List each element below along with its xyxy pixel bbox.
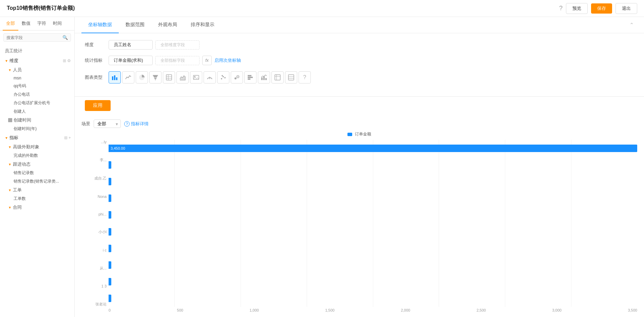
chart-type-pie[interactable]: [136, 71, 148, 83]
bar-fill: [109, 161, 111, 169]
chart-type-hbar[interactable]: [244, 71, 257, 83]
table-row: [109, 210, 637, 220]
table-row: [109, 227, 637, 237]
bars-container: 3,450.00: [109, 140, 637, 307]
bar-fill: [109, 178, 111, 185]
fx-button[interactable]: fx: [202, 56, 212, 65]
tab-layout[interactable]: 外观布局: [151, 17, 184, 33]
sidebar-subsection-create-time: 创建时间 创建时间(年): [0, 116, 74, 133]
sidebar-tab-all[interactable]: 全部: [3, 17, 18, 31]
svg-point-14: [221, 78, 222, 79]
dimension-placeholder[interactable]: 全部维度字段: [155, 40, 200, 50]
sidebar-subsection-workorder-header[interactable]: ▼工单: [3, 186, 74, 194]
chart-type-table[interactable]: [163, 71, 175, 83]
sidebar-subsection-workorder: ▼工单 工单数: [0, 186, 74, 203]
fx-icon: fx: [205, 58, 208, 63]
tab-sort-display[interactable]: 排序和显示: [184, 17, 221, 33]
svg-point-18: [234, 77, 236, 79]
sidebar-subsection-personnel-header[interactable]: ▼人员: [3, 66, 74, 74]
svg-rect-7: [166, 75, 172, 80]
scene-select[interactable]: 全部: [94, 119, 121, 128]
header: Top10销售榜(销售订单金额) ? 预览 保存 退出: [0, 0, 644, 17]
y-label: phi...: [98, 212, 107, 216]
bar-fill: 3,450.00: [109, 145, 637, 152]
chart-type-help[interactable]: ?: [299, 71, 311, 83]
list-item[interactable]: 销售记录数(销售记录类...: [3, 177, 74, 186]
chart-type-scatter2[interactable]: [231, 71, 243, 83]
svg-rect-2: [116, 77, 117, 80]
content-tabs-left: 坐标轴数据 数据范围 外观布局 排序和显示: [81, 17, 221, 33]
list-item[interactable]: 工单数: [3, 194, 74, 203]
enable-secondary-axis-button[interactable]: 启用次坐标轴: [214, 57, 241, 63]
y-label: ...ly: [101, 140, 107, 144]
list-item[interactable]: 办公电话扩展分机号: [3, 99, 74, 107]
chart-main: ...ly 李... 成自.乙 Nona phi... 小小l i c 从...…: [81, 140, 637, 314]
x-label: 3,000: [552, 308, 562, 314]
chart-container: 场景 全部 ? 指标详情 订单金额 ...: [75, 116, 644, 317]
chart-type-funnel[interactable]: [149, 71, 162, 83]
sidebar-subsection-contract-header[interactable]: ▼合同: [3, 203, 74, 212]
tab-data-range[interactable]: 数据范围: [119, 17, 151, 33]
chart-x-axis: 0 500 1,000 1,500 2,000 2,500 3,000 3,50…: [109, 307, 637, 314]
search-input[interactable]: [6, 35, 62, 40]
dimension-icons: ⊞ ⚙: [63, 58, 71, 63]
list-item[interactable]: 创建人: [3, 107, 74, 116]
sidebar-tab-string[interactable]: 字符: [34, 17, 50, 31]
sidebar-subsection-followup-header[interactable]: ▼跟进动态: [3, 160, 74, 169]
apply-button[interactable]: 应用: [85, 100, 111, 111]
chart-type-scatter1[interactable]: [217, 71, 229, 83]
followup-arrow: ▼: [8, 163, 12, 166]
metric-detail-link[interactable]: ? 指标详情: [124, 121, 149, 127]
svg-rect-29: [288, 75, 294, 80]
preview-button[interactable]: 预览: [566, 3, 588, 14]
dimension-arrow: ▼: [5, 59, 8, 63]
list-item[interactable]: 创建时间(年): [3, 125, 74, 133]
sidebar-subsection-contract: ▼合同: [0, 203, 74, 212]
x-label: 500: [177, 308, 183, 314]
dimension-label: 维度: [85, 42, 109, 48]
chart-type-combo[interactable]: [258, 71, 270, 83]
metric-icons: ⊞ +: [64, 135, 71, 140]
metric-value[interactable]: 订单金额(求和): [109, 56, 153, 65]
bar-fill: [109, 211, 111, 219]
svg-point-15: [223, 76, 224, 77]
sidebar-tab-bar: 全部 数值 字符 时间: [0, 17, 74, 31]
sidebar-tab-time[interactable]: 时间: [50, 17, 65, 31]
svg-point-17: [222, 75, 223, 76]
sidebar-section-metric[interactable]: ▼指标 ⊞ +: [0, 133, 74, 143]
search-icon: 🔍: [62, 35, 68, 40]
list-item[interactable]: msn: [3, 74, 74, 82]
sidebar-subsection-attendance-header[interactable]: ▼高级外勤对象: [3, 143, 74, 151]
help-button[interactable]: ?: [559, 5, 563, 12]
chart-type-bar[interactable]: [109, 71, 121, 83]
content-tab-bar: 坐标轴数据 数据范围 外观布局 排序和显示 ⌃: [75, 17, 644, 33]
chart-type-pivot[interactable]: [271, 71, 284, 83]
save-button[interactable]: 保存: [591, 3, 612, 14]
y-label: 张老论: [95, 302, 107, 307]
list-item[interactable]: 完成的外勤数: [3, 151, 74, 160]
main-layout: 全部 数值 字符 时间 🔍 员工统计 ▼维度 ⊞ ⚙ ▼人员 msn qq号码 …: [0, 17, 644, 317]
y-label: 从...: [100, 266, 107, 271]
list-item[interactable]: 办公电话: [3, 90, 74, 99]
chart-type-line[interactable]: [122, 71, 134, 83]
scene-label: 场景: [81, 121, 90, 127]
sidebar-tab-numeric[interactable]: 数值: [18, 17, 34, 31]
chart-type-area[interactable]: [176, 71, 189, 83]
list-item[interactable]: qq号码: [3, 82, 74, 90]
dimension-value[interactable]: 员工姓名: [109, 40, 153, 50]
tab-axis-data[interactable]: 坐标轴数据: [81, 17, 119, 33]
config-row-chart-type: 图表类型: [85, 71, 634, 83]
bar-fill: [109, 295, 111, 302]
personnel-arrow: ▼: [8, 68, 12, 72]
sidebar-section-dimension[interactable]: ▼维度 ⊞ ⚙: [0, 56, 74, 66]
sidebar-subsection-createtime-header[interactable]: 创建时间: [3, 116, 74, 125]
chart-type-grid2[interactable]: [285, 71, 297, 83]
svg-point-12: [194, 76, 195, 77]
collapse-button[interactable]: ⌃: [626, 18, 637, 32]
chart-type-image[interactable]: [190, 71, 202, 83]
exit-button[interactable]: 退出: [615, 3, 637, 14]
chart-type-gauge[interactable]: [204, 71, 216, 83]
list-item[interactable]: 销售记录数: [3, 169, 74, 177]
metric-placeholder[interactable]: 全部指标字段: [155, 56, 200, 65]
dimension-field: 员工姓名 全部维度字段: [109, 40, 200, 50]
